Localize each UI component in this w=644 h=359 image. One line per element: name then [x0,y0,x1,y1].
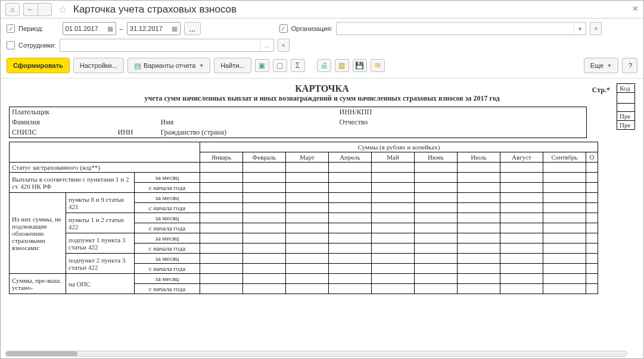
name-label: Имя [158,117,337,127]
back-button[interactable]: ← [23,3,38,16]
row-label: пункты 8 и 9 статьи 421 [66,193,135,213]
period-checkbox[interactable]: ✓ [7,24,15,33]
code-boxes: Код Пре Пре [617,83,635,130]
help-button[interactable]: ? [622,58,637,73]
collapse-tree-button[interactable]: ▢ [273,59,287,72]
home-button[interactable]: ⌂ [5,3,20,16]
report-variants-button[interactable]: ▤ Варианты отчета▼ [127,58,210,73]
inn-label: ИНН [117,128,133,136]
forward-button[interactable]: → [38,3,52,16]
calendar-icon[interactable]: ▦ [107,25,113,33]
month-header: Август [500,152,543,163]
lastname-label: Фамилия [10,117,158,127]
email-button[interactable]: ✉ [371,59,385,72]
favorite-star-icon[interactable]: ☆ [58,3,67,16]
row-label: Выплаты в соответствии с пунктами 1 и 2 … [10,173,135,193]
month-header: Июнь [415,152,458,163]
date-to-input[interactable]: 31.12.2017 ▦ [127,22,181,35]
row-label: пункты 1 и 2 статьи 422 [66,213,135,233]
print-button[interactable]: 🖨 [317,59,331,72]
period-label: Период: [18,25,43,32]
report-table: Суммы (в рублях и копейках) Январь Февра… [9,142,598,294]
more-button[interactable]: Еще▼ [584,58,618,73]
citizenship-label: Гражданство (страна) [158,127,337,138]
emp-input[interactable]: ... [60,39,274,52]
report-title: КАРТОЧКА [9,83,635,94]
expand-tree-button[interactable]: ▣ [255,59,269,72]
row-label: на ОПС [66,274,135,294]
month-header: Март [286,152,329,163]
patronymic-label: Отчество [337,117,587,127]
emp-picker-icon[interactable]: ... [260,39,273,51]
payer-label: Плательщик [10,107,158,118]
save-button[interactable]: 💾 [353,59,367,72]
find-button[interactable]: Найти... [214,58,251,73]
chart-button[interactable]: ▥ [335,59,349,72]
calendar-icon[interactable]: ▦ [172,25,178,33]
row-label: Из них суммы, не подлежащие обложению ст… [10,193,66,274]
month-header: Май [372,152,415,163]
sum-button[interactable]: Σ [291,59,305,72]
month-header: О [586,152,598,163]
date-from-input[interactable]: 01.01.2017 ▦ [63,22,116,35]
row-label: подпункт 2 пункта 3 статьи 422 [66,254,135,274]
snils-label: СНИЛС [12,128,36,136]
emp-checkbox[interactable]: . [7,41,15,49]
horizontal-scrollbar[interactable] [5,351,627,357]
emp-label: Сотрудники: [18,42,56,49]
month-header: Сентябрь [543,152,586,163]
emp-clear-button[interactable]: × [278,39,290,52]
variants-icon: ▤ [134,61,141,70]
page-title: Карточка учета страховых взносов [73,4,237,15]
org-label: Организация: [291,25,332,32]
status-row: Статус застрахованного (код**) [10,163,200,173]
settings-button[interactable]: Настройки... [73,58,124,73]
org-checkbox[interactable]: ✓ [279,24,288,33]
org-clear-button[interactable]: × [590,22,602,35]
inn-kpp-label: ИНН/КПП [337,107,587,118]
org-dropdown-icon[interactable]: ▾ [574,25,586,33]
month-header: Февраль [243,152,286,163]
period-picker-button[interactable]: ... [184,22,201,35]
sum-header: Суммы (в рублях и копейках) [200,142,598,152]
page-label: Стр.* [592,86,610,95]
row-label: подпункт 1 пункта 3 статьи 422 [66,233,135,254]
close-button[interactable]: ✕ [632,4,639,13]
month-header: Январь [200,152,243,163]
generate-button[interactable]: Сформировать [7,58,70,73]
row-label: Суммы, пре-выш. устано- [10,274,66,294]
month-header: Июль [458,152,500,163]
month-header: Апрель [329,152,372,163]
report-subtitle: учета сумм начисленных выплат и иных воз… [9,94,635,103]
org-input[interactable]: ▾ [336,22,586,35]
